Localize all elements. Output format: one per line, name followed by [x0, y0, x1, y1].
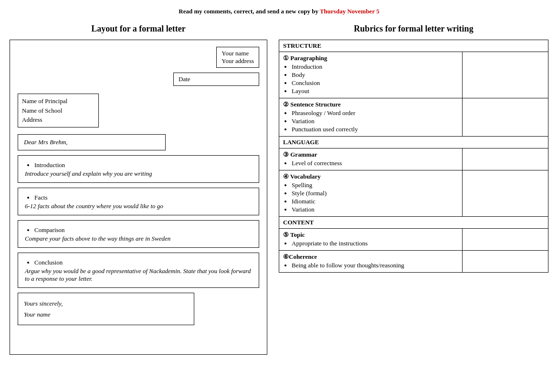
italic-facts: 6-12 facts about the country where you w…	[25, 202, 252, 210]
sender-box: Your name Your address	[216, 47, 259, 68]
rubric-row-topic: ⑤ Topic Appropriate to the instructions	[279, 229, 548, 251]
right-panel: Rubrics for formal letter writing STRUCT…	[279, 24, 548, 273]
instruction-text: Read my comments, correct, and send a ne…	[179, 8, 320, 15]
recipient-line1: Name of Principal	[22, 96, 95, 106]
rubric-cell-paragraphing: ① Paragraphing Introduction Body Conclus…	[279, 52, 463, 98]
li-style: Style (formal)	[292, 190, 458, 197]
num-1: ①	[283, 54, 289, 62]
score-cell-topic	[462, 229, 548, 251]
sender-name: Your name	[221, 50, 254, 57]
content-header: CONTENT	[279, 217, 548, 229]
sender-address: Your address	[221, 57, 254, 65]
bullet-intro: Introduction	[34, 161, 252, 169]
left-title: Layout for a formal letter	[10, 24, 267, 34]
rubric-label-sentence: ② Sentence Structure	[283, 101, 458, 108]
salutation-text: Dear Mrs Brehm,	[24, 138, 68, 146]
score-cell-coherence	[462, 251, 548, 273]
score-cell-paragraphing	[462, 52, 548, 98]
li-spelling: Spelling	[292, 181, 458, 189]
rubric-cell-sentence: ② Sentence Structure Phraseology / Word …	[279, 98, 463, 137]
body-section-conclusion: Conclusion Argue why you would be a good…	[18, 253, 259, 288]
rubric-row-grammar: ③ Grammar Level of correctness	[279, 148, 548, 170]
date-section: Date	[18, 73, 259, 86]
bullets-paragraphing: Introduction Body Conclusion Layout	[283, 63, 458, 95]
bullet-comparison: Comparison	[34, 226, 252, 234]
body-section-facts: Facts 6-12 facts about the country where…	[18, 188, 259, 215]
closing-line2: Your name	[24, 309, 188, 320]
content-header-row: CONTENT	[279, 217, 548, 229]
italic-conclusion: Argue why you would be a good representa…	[25, 267, 252, 283]
language-header: LANGUAGE	[279, 137, 548, 148]
rubric-row-coherence: ⑥Coherence Being able to follow your tho…	[279, 251, 548, 273]
li-body: Body	[292, 71, 458, 79]
rubric-cell-topic: ⑤ Topic Appropriate to the instructions	[279, 229, 463, 251]
closing-box: Yours sincerely, Your name	[18, 293, 194, 326]
li-variation-s: Variation	[292, 117, 458, 125]
num-6: ⑥	[283, 253, 289, 260]
structure-header-row: STRUCTURE	[279, 40, 548, 52]
li-conclusion: Conclusion	[292, 79, 458, 87]
bullet-facts: Facts	[34, 194, 252, 201]
li-layout: Layout	[292, 87, 458, 95]
li-punctuation: Punctuation used correctly	[292, 126, 458, 133]
bullets-vocab: Spelling Style (formal) Idiomatic Variat…	[283, 181, 458, 213]
rubric-row-sentence: ② Sentence Structure Phraseology / Word …	[279, 98, 548, 137]
li-variation-v: Variation	[292, 206, 458, 213]
rubric-label-paragraphing: ① Paragraphing	[283, 54, 458, 62]
rubric-label-grammar: ③ Grammar	[283, 151, 458, 159]
num-2: ②	[283, 101, 289, 108]
rubric-label-vocab: ④ Vocabulary	[283, 173, 458, 180]
recipient-line2: Name of School	[22, 106, 95, 116]
li-phraseology: Phraseology / Word order	[292, 109, 458, 117]
li-thoughts: Being able to follow your thoughts/reaso…	[292, 262, 458, 269]
li-correctness: Level of correctness	[292, 159, 458, 167]
rubric-cell-vocab: ④ Vocabulary Spelling Style (formal) Idi…	[279, 170, 463, 217]
label-coherence: Coherence	[289, 253, 317, 260]
num-3: ③	[283, 151, 289, 158]
label-grammar: Grammar	[290, 151, 317, 158]
left-panel: Layout for a formal letter Your name You…	[10, 24, 267, 355]
rubric-label-topic: ⑤ Topic	[283, 231, 458, 239]
rubrics-table: STRUCTURE ① Paragraphing Introduction Bo…	[279, 40, 548, 273]
date-box: Date	[173, 73, 259, 86]
rubric-row-paragraphing: ① Paragraphing Introduction Body Conclus…	[279, 52, 548, 98]
salutation-box: Dear Mrs Brehm,	[18, 134, 166, 150]
rubric-cell-coherence: ⑥Coherence Being able to follow your tho…	[279, 251, 463, 273]
recipient-line3: Address	[22, 115, 95, 125]
body-section-comparison: Comparison Compare your facts above to t…	[18, 220, 259, 248]
label-vocab: Vocabulary	[290, 173, 321, 180]
bullets-coherence: Being able to follow your thoughts/reaso…	[283, 262, 458, 269]
label-paragraphing: Paragraphing	[290, 54, 327, 62]
letter-layout: Your name Your address Date Name of Prin…	[10, 40, 267, 355]
rubric-row-vocab: ④ Vocabulary Spelling Style (formal) Idi…	[279, 170, 548, 217]
bullets-grammar: Level of correctness	[283, 159, 458, 167]
bullets-sentence: Phraseology / Word order Variation Punct…	[283, 109, 458, 133]
body-section-intro: Introduction Introduce yourself and expl…	[18, 155, 259, 183]
li-appropriate: Appropriate to the instructions	[292, 240, 458, 247]
bullet-conclusion: Conclusion	[34, 259, 252, 266]
num-4: ④	[283, 173, 289, 180]
num-5: ⑤	[283, 231, 289, 238]
italic-comparison: Compare your facts above to the way thin…	[25, 235, 252, 243]
italic-intro: Introduce yourself and explain why you a…	[25, 170, 252, 178]
right-title: Rubrics for formal letter writing	[279, 24, 548, 34]
structure-header: STRUCTURE	[279, 40, 548, 52]
label-sentence: Sentence Structure	[290, 101, 341, 108]
language-header-row: LANGUAGE	[279, 137, 548, 148]
rubric-cell-grammar: ③ Grammar Level of correctness	[279, 148, 463, 170]
bullets-topic: Appropriate to the instructions	[283, 240, 458, 247]
score-cell-sentence	[462, 98, 548, 137]
rubric-label-coherence: ⑥Coherence	[283, 253, 458, 261]
due-date: Thursday November 5	[320, 8, 379, 15]
closing-line1: Yours sincerely,	[24, 298, 188, 309]
li-idiomatic: Idiomatic	[292, 198, 458, 205]
score-cell-vocab	[462, 170, 548, 217]
sender-section: Your name Your address	[18, 47, 259, 68]
date-label: Date	[179, 75, 190, 83]
score-cell-grammar	[462, 148, 548, 170]
top-instruction: Read my comments, correct, and send a ne…	[10, 5, 548, 15]
label-topic: Topic	[290, 231, 305, 238]
recipient-box: Name of Principal Name of School Address	[18, 94, 99, 127]
li-introduction: Introduction	[292, 63, 458, 71]
